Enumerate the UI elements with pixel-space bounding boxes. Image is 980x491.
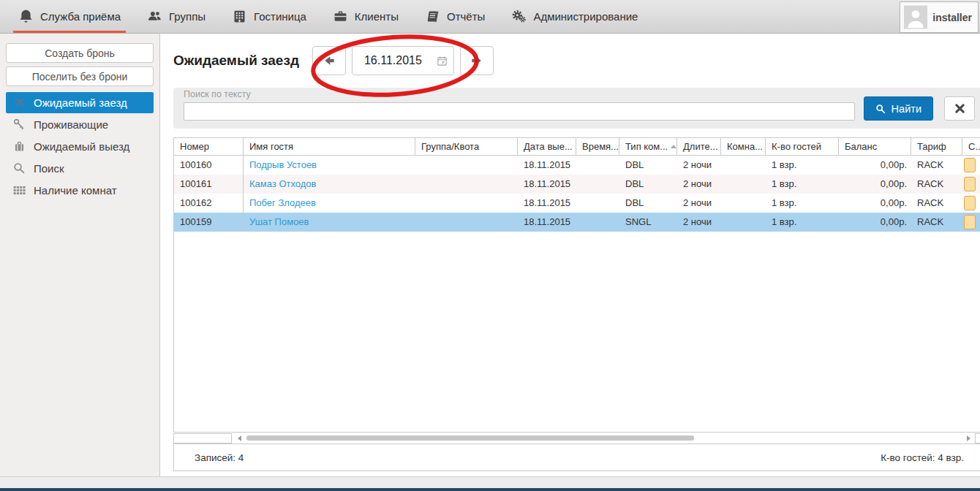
sidebar-item-guests-inhouse[interactable]: Проживающие xyxy=(6,114,154,135)
table-row[interactable]: 100161Камаз Отходов18.11.2015DBL2 ночи1 … xyxy=(174,175,980,194)
luggage-icon xyxy=(12,140,26,153)
status-badge xyxy=(964,215,976,229)
nav-item-clients[interactable]: Клиенты xyxy=(328,0,404,33)
scroll-left-icon[interactable] xyxy=(238,435,241,441)
cell-status xyxy=(962,194,980,213)
cell-group xyxy=(415,194,518,213)
nav-item-reception-service[interactable]: Служба приёма xyxy=(13,0,126,33)
cell-duration: 2 ночи xyxy=(677,213,721,232)
find-button-label: Найти xyxy=(892,103,921,115)
date-navigator: 16.11.2015 xyxy=(312,46,494,75)
sidebar-item-room-availability[interactable]: Наличие комнат xyxy=(6,180,154,201)
cell-balance: 0,00р. xyxy=(839,156,911,175)
nav-item-groups[interactable]: Группы xyxy=(142,0,211,33)
cell-guests: 1 взр. xyxy=(766,156,839,175)
sidebar-item-expected-arrivals[interactable]: Ожидаемый заезд xyxy=(6,92,154,113)
cell-time xyxy=(576,175,619,194)
column-header-tariff[interactable]: Тариф xyxy=(911,138,962,155)
cell-status xyxy=(962,156,980,175)
cell-guest[interactable]: Ушат Помоев xyxy=(244,213,415,232)
column-header-guests[interactable]: К-во гостей xyxy=(766,138,839,155)
sidebar-item-label: Проживающие xyxy=(34,118,108,131)
cell-date_out: 18.11.2015 xyxy=(518,156,576,175)
nav-item-hotel[interactable]: Гостиница xyxy=(227,0,312,33)
cell-guests: 1 взр. xyxy=(766,194,839,213)
cell-room_type: SNGL xyxy=(619,213,677,232)
column-header-duration[interactable]: Длите... xyxy=(677,138,721,155)
find-button[interactable]: Найти xyxy=(864,96,933,121)
cell-number: 100160 xyxy=(174,156,244,175)
next-day-button[interactable] xyxy=(460,46,494,75)
cell-room_type: DBL xyxy=(619,175,677,194)
cell-room xyxy=(721,175,766,194)
table-row[interactable]: 100160Подрыв Устоев18.11.2015DBL2 ночи1 … xyxy=(174,156,980,175)
frozen-column-scroll-box xyxy=(173,433,232,444)
sidebar-item-expected-departures[interactable]: Ожидаемый выезд xyxy=(6,136,154,157)
calendar-icon[interactable] xyxy=(437,56,448,66)
cell-room_type: DBL xyxy=(619,194,677,213)
footer-strip xyxy=(0,476,980,488)
sidebar-item-search[interactable]: Поиск xyxy=(6,158,154,179)
arrivals-table: НомерИмя гостяГруппа/КвотаДата вые...Вре… xyxy=(173,137,980,433)
groups-icon xyxy=(147,9,162,24)
nav-label: Служба приёма xyxy=(40,10,121,23)
column-header-time[interactable]: Время... xyxy=(576,138,619,155)
cell-duration: 2 ночи xyxy=(677,194,721,213)
page-title: Ожидаемый заезд xyxy=(173,53,299,69)
cell-time xyxy=(576,156,619,175)
cell-time xyxy=(576,213,619,232)
user-name: installer xyxy=(932,12,972,23)
scrollbar-thumb[interactable] xyxy=(246,435,694,441)
clear-search-button[interactable] xyxy=(944,96,975,121)
table-row[interactable]: 100159Ушат Помоев18.11.2015SNGL2 ночи1 в… xyxy=(174,213,980,232)
sidebar: Создать бронь Поселить без брони Ожидаем… xyxy=(0,34,160,476)
search-icon xyxy=(875,104,886,114)
table-body: 100160Подрыв Устоев18.11.2015DBL2 ночи1 … xyxy=(174,156,980,232)
create-booking-button[interactable]: Создать бронь xyxy=(6,43,154,63)
cell-number: 100161 xyxy=(174,175,244,194)
column-header-room_type[interactable]: Тип ком... xyxy=(619,138,677,155)
column-header-group[interactable]: Группа/Квота xyxy=(415,138,518,155)
search-input[interactable] xyxy=(184,102,855,121)
date-value: 16.11.2015 xyxy=(364,54,422,67)
cell-tariff: RACK xyxy=(911,175,962,194)
status-badge xyxy=(964,196,976,210)
cell-guests: 1 взр. xyxy=(766,175,839,194)
briefcase-icon xyxy=(333,9,348,24)
cell-guest[interactable]: Камаз Отходов xyxy=(244,175,415,194)
cell-guest[interactable]: Побег Злодеев xyxy=(244,194,415,213)
column-header-status[interactable]: С... xyxy=(962,138,980,155)
plane-icon xyxy=(12,96,26,110)
cell-tariff: RACK xyxy=(911,156,962,175)
prev-day-button[interactable] xyxy=(312,46,346,75)
table-row[interactable]: 100162Побег Злодеев18.11.2015DBL2 ночи1 … xyxy=(174,194,980,213)
arrow-right-icon xyxy=(470,54,483,67)
cell-group xyxy=(415,175,518,194)
date-input[interactable]: 16.11.2015 xyxy=(352,46,454,75)
app-window: Служба приёма Группы Гостиница Клиенты xyxy=(0,0,980,491)
nav-item-administration[interactable]: Администрирование xyxy=(506,0,643,33)
cell-number: 100162 xyxy=(174,194,244,213)
cell-guest[interactable]: Подрыв Устоев xyxy=(244,156,415,175)
records-count: Записей: 4 xyxy=(195,452,244,463)
scroll-right-icon[interactable] xyxy=(967,435,970,441)
guests-count: К-во гостей: 4 взр. xyxy=(881,452,964,463)
search-label: Поиск по тексту xyxy=(184,89,855,99)
main-content: Ожидаемый заезд 16.11.2015 xyxy=(160,34,980,476)
column-header-date_out[interactable]: Дата вые... xyxy=(518,138,576,155)
avatar xyxy=(904,5,927,29)
nav-label: Администрирование xyxy=(533,10,638,23)
status-badge xyxy=(964,158,976,172)
cell-date_out: 18.11.2015 xyxy=(518,194,576,213)
sidebar-item-label: Ожидаемый выезд xyxy=(34,140,129,153)
column-header-guest[interactable]: Имя гостя xyxy=(244,138,415,155)
column-header-number[interactable]: Номер xyxy=(174,138,244,155)
nav-label: Отчёты xyxy=(447,10,485,23)
nav-label: Гостиница xyxy=(254,10,306,23)
nav-item-reports[interactable]: Отчёты xyxy=(420,0,490,33)
column-header-room[interactable]: Комна... xyxy=(721,138,766,155)
checkin-without-booking-button[interactable]: Поселить без брони xyxy=(6,66,154,86)
user-menu[interactable]: installer xyxy=(900,1,979,33)
bell-icon xyxy=(18,9,34,24)
column-header-balance[interactable]: Баланс xyxy=(839,138,911,155)
